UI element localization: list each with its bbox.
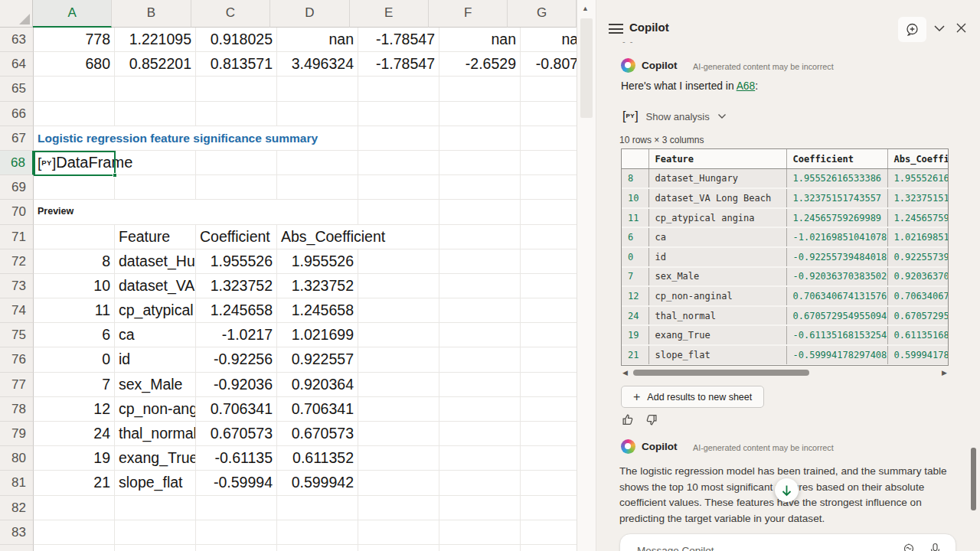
cell[interactable] [521,397,577,422]
cell[interactable] [196,77,277,101]
cell[interactable] [115,175,196,200]
cell[interactable] [34,520,115,545]
cell-d63[interactable]: nan [277,28,358,52]
cell[interactable] [358,446,439,471]
cell-b75[interactable]: ca [115,323,196,347]
row-header-selected[interactable]: 68 [0,151,34,175]
cell-g64[interactable]: -0.8071 [521,52,577,77]
cell-a79[interactable]: 24 [34,422,115,446]
column-header-f[interactable]: F [429,0,508,28]
cell-c72[interactable]: 1.955526 [196,249,277,274]
cell[interactable] [115,102,196,126]
cell-c73[interactable]: 1.323752 [196,274,277,298]
row-header[interactable]: 67 [0,126,34,151]
chevron-down-icon[interactable] [717,113,727,119]
thumbs-down-icon[interactable] [645,413,658,426]
cell[interactable] [358,126,439,151]
cell[interactable] [439,397,521,422]
cell[interactable] [439,225,521,249]
cell[interactable] [439,471,521,495]
cell[interactable] [521,496,577,520]
cell[interactable] [277,496,358,520]
row-header[interactable]: 64 [0,52,34,77]
cell-c75[interactable]: -1.0217 [196,323,277,347]
cell[interactable] [196,545,277,551]
cell[interactable] [196,151,277,175]
cell[interactable] [358,175,439,200]
cell[interactable] [521,347,577,372]
row-header[interactable]: 70 [0,200,34,224]
scroll-down-button[interactable] [775,478,799,502]
row-header[interactable]: 63 [0,28,34,52]
cell[interactable] [358,298,439,323]
show-analysis-row[interactable]: [PY] Show analysis [622,109,727,123]
cell-b72[interactable]: dataset_Hungary [115,249,196,274]
cell-c63[interactable]: 0.918025 [196,28,277,52]
cell-c71-header[interactable]: Coefficient [196,225,277,249]
cell[interactable] [521,373,577,397]
hamburger-menu-icon[interactable] [609,24,623,34]
cell-a64[interactable]: 680 [34,52,115,77]
cell[interactable] [521,151,577,175]
cell-d76[interactable]: 0.922557 [277,347,358,372]
row-header[interactable]: 80 [0,446,34,471]
new-chat-button[interactable] [898,17,926,42]
cell[interactable] [521,102,577,126]
row-header[interactable]: 73 [0,274,34,298]
column-header-c[interactable]: C [191,0,270,28]
cell[interactable] [277,545,358,551]
column-header-a[interactable]: A [33,0,112,28]
cell-a74[interactable]: 11 [34,298,115,323]
cell-d81[interactable]: 0.599942 [277,471,358,495]
chevron-down-icon[interactable] [933,24,946,32]
cell-d74[interactable]: 1.245658 [277,298,358,323]
cell-c74[interactable]: 1.245658 [196,298,277,323]
cell-d79[interactable]: 0.670573 [277,422,358,446]
cell-a81[interactable]: 21 [34,471,115,495]
cell[interactable] [358,77,439,101]
cell[interactable] [521,298,577,323]
cell[interactable] [34,545,115,551]
cell[interactable] [521,520,577,545]
cell[interactable] [439,102,521,126]
cell[interactable] [439,200,521,224]
cell[interactable] [358,274,439,298]
cell-a70-preview-label[interactable]: Preview [34,200,358,224]
row-header[interactable]: 83 [0,520,34,545]
row-header[interactable]: 69 [0,175,34,200]
cell[interactable] [521,323,577,347]
cell[interactable] [439,347,521,372]
column-header-d[interactable]: D [270,0,349,28]
cell[interactable] [439,175,521,200]
add-results-button[interactable]: + Add results to new sheet [621,386,764,408]
cell-d64[interactable]: 3.496324 [277,52,358,77]
cell[interactable] [277,175,358,200]
select-all-corner[interactable] [0,0,33,28]
cell-reference-link[interactable]: A68 [737,80,756,92]
cell[interactable] [358,496,439,520]
column-header-g[interactable]: G [508,0,577,28]
cell[interactable] [521,446,577,471]
cell[interactable] [521,126,577,151]
row-header[interactable]: 71 [0,225,34,249]
cell-b74[interactable]: cp_atypical angina [115,298,196,323]
cell-d78[interactable]: 0.706341 [277,397,358,422]
show-analysis-label[interactable]: Show analysis [646,111,710,122]
cell-d71-header[interactable]: Abs_Coefficient [277,225,439,249]
cell[interactable] [277,102,358,126]
cell-c76[interactable]: -0.92256 [196,347,277,372]
close-icon[interactable] [956,22,967,34]
cell[interactable] [521,77,577,101]
cell[interactable] [196,175,277,200]
row-header[interactable]: 77 [0,373,34,397]
cell-b81[interactable]: slope_flat [115,471,196,495]
cell[interactable] [521,225,577,249]
cell[interactable] [196,102,277,126]
sheet-vertical-scrollbar[interactable]: ▲ [577,0,596,551]
cell[interactable] [521,249,577,274]
cell-d73[interactable]: 1.323752 [277,274,358,298]
cell[interactable] [358,373,439,397]
cell[interactable] [196,496,277,520]
cell[interactable] [521,175,577,200]
column-header-b[interactable]: B [112,0,191,28]
